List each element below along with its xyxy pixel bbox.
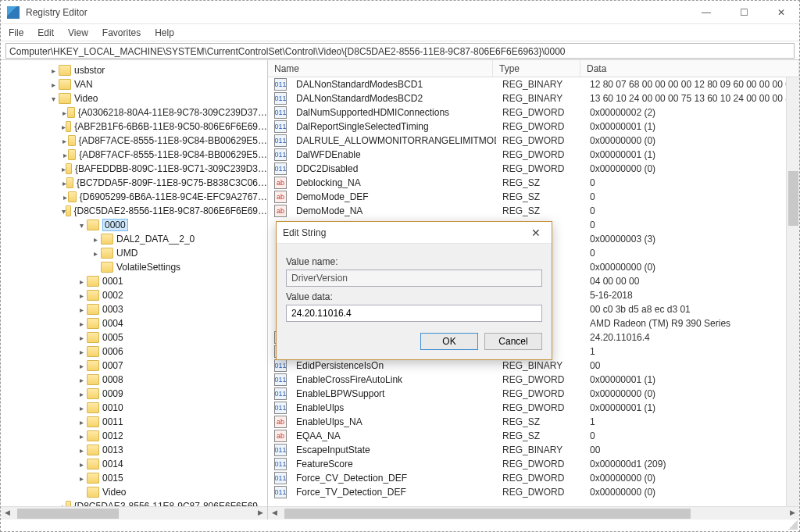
list-hscroll[interactable]: ◀ ▶ — [268, 506, 799, 520]
list-row[interactable]: 011Force_TV_Detection_DEFREG_DWORD0x0000… — [268, 485, 799, 499]
chevron-right-icon[interactable]: ▸ — [76, 305, 87, 314]
scroll-right-icon[interactable]: ▶ — [786, 507, 799, 520]
tree-hscroll-thumb[interactable] — [17, 509, 119, 519]
chevron-right-icon[interactable]: ▸ — [76, 376, 87, 384]
tree-item[interactable]: ▸DAL2_DATA__2_0 — [1, 232, 267, 246]
chevron-right-icon[interactable]: ▸ — [76, 362, 87, 370]
chevron-right-icon[interactable]: ▸ — [76, 418, 87, 427]
list-row[interactable]: 011EnableLBPWSupportREG_DWORD0x00000000 … — [268, 387, 799, 401]
ok-button[interactable]: OK — [420, 333, 478, 350]
value-data-input[interactable] — [286, 305, 542, 322]
tree-item[interactable]: ▸{BAFEDDBB-809C-11E8-9C71-309C239D3… — [1, 162, 267, 176]
resize-grip-icon[interactable] — [788, 520, 798, 530]
chevron-right-icon[interactable]: ▸ — [76, 404, 87, 412]
list-row[interactable]: 011EnableCrossFireAutoLinkREG_DWORD0x000… — [268, 373, 799, 387]
tree-item[interactable]: ▸0002 — [1, 288, 267, 302]
list-row[interactable]: 011DALNonStandardModesBCD1REG_BINARY12 8… — [268, 77, 799, 91]
chevron-right-icon[interactable]: ▸ — [76, 334, 87, 342]
list-row[interactable]: 011EdidPersistenceIsOnREG_BINARY00 — [268, 359, 799, 373]
tree-item[interactable]: ▸0007 — [1, 359, 267, 373]
menu-favorites[interactable]: Favorites — [102, 27, 141, 38]
chevron-right-icon[interactable]: ▸ — [90, 249, 101, 258]
tree-item[interactable]: ▾0000 — [1, 218, 267, 232]
tree-item[interactable]: ▸0004 — [1, 316, 267, 330]
chevron-right-icon[interactable]: ▸ — [62, 193, 68, 202]
list-row[interactable]: abEQAA_NAREG_SZ0 — [268, 429, 799, 443]
list-vscroll[interactable] — [786, 77, 799, 506]
chevron-right-icon[interactable]: ▸ — [76, 474, 87, 483]
tree-item[interactable]: ▸0006 — [1, 345, 267, 359]
col-type[interactable]: Type — [493, 60, 580, 77]
dialog-close-button[interactable]: ✕ — [527, 227, 545, 239]
tree-item[interactable]: ▸0012 — [1, 429, 267, 443]
tree-item[interactable]: ▸0015 — [1, 471, 267, 485]
list-row[interactable]: abDeblocking_NAREG_SZ0 — [268, 176, 799, 190]
chevron-right-icon[interactable]: ▸ — [76, 390, 87, 398]
menu-view[interactable]: View — [68, 27, 88, 38]
tree-item[interactable]: ▸0001 — [1, 274, 267, 288]
tree-item[interactable]: ▸{D8C5DAE3-8556-11E8-9C87-806E6F6E69… — [1, 499, 267, 506]
cancel-button[interactable]: Cancel — [484, 333, 542, 350]
tree-item[interactable]: ▸0011 — [1, 415, 267, 429]
tree-item[interactable]: ▸0013 — [1, 443, 267, 457]
tree-item[interactable]: ▸0014 — [1, 457, 267, 471]
minimize-button[interactable]: — — [695, 7, 718, 18]
scroll-left-icon[interactable]: ◀ — [268, 507, 281, 520]
tree-item[interactable]: ▸0003 — [1, 302, 267, 316]
list-row[interactable]: 011DALRULE_ALLOWMONITORRANGELIMITMODESCR… — [268, 134, 799, 148]
col-name[interactable]: Name — [268, 60, 493, 77]
tree-item[interactable]: ▾Video — [1, 91, 267, 105]
chevron-right-icon[interactable]: ▸ — [76, 432, 87, 441]
tree-item[interactable]: ▸VAN — [1, 77, 267, 91]
col-data[interactable]: Data — [580, 60, 799, 77]
chevron-right-icon[interactable]: ▸ — [76, 277, 87, 286]
chevron-right-icon[interactable]: ▸ — [76, 446, 87, 455]
menu-file[interactable]: File — [9, 27, 23, 38]
close-button[interactable]: ✕ — [770, 7, 793, 18]
list-row[interactable]: 011Force_CV_Detection_DEFREG_DWORD0x0000… — [268, 471, 799, 485]
chevron-right-icon[interactable]: ▸ — [76, 320, 87, 328]
tree-item[interactable]: ▸{ABF2B1F6-6B6B-11E8-9C50-806E6F6E69… — [1, 120, 267, 134]
chevron-right-icon[interactable]: ▸ — [48, 66, 59, 75]
list-row[interactable]: abEnableUlps_NAREG_SZ1 — [268, 415, 799, 429]
tree-item[interactable]: ▸usbstor — [1, 63, 267, 77]
chevron-right-icon[interactable]: ▸ — [62, 151, 68, 159]
address-path[interactable]: Computer\HKEY_LOCAL_MACHINE\SYSTEM\Curre… — [5, 43, 795, 59]
chevron-right-icon[interactable]: ▸ — [62, 109, 67, 117]
tree-item[interactable]: ▸0005 — [1, 330, 267, 345]
list-row[interactable]: 011DALNonStandardModesBCD2REG_BINARY13 6… — [268, 91, 799, 105]
chevron-down-icon[interactable]: ▾ — [48, 95, 59, 103]
list-row[interactable]: 011DalNumSupportedHDMIConnectionsREG_DWO… — [268, 105, 799, 120]
tree-hscroll[interactable]: ◀ ▶ — [1, 506, 267, 520]
list-row[interactable]: 011EnableUlpsREG_DWORD0x00000001 (1) — [268, 401, 799, 415]
tree-item[interactable]: ▸{AD8F7ACF-8555-11E8-9C84-BB00629E5… — [1, 148, 267, 162]
list-hscroll-thumb[interactable] — [284, 509, 691, 519]
chevron-right-icon[interactable]: ▸ — [76, 291, 87, 300]
list-row[interactable]: abDemoMode_NAREG_SZ0 — [268, 204, 799, 218]
tree-item[interactable]: ▾{D8C5DAE2-8556-11E8-9C87-806E6F6E69… — [1, 204, 267, 218]
tree-item[interactable]: ▸0008 — [1, 373, 267, 387]
chevron-right-icon[interactable]: ▸ — [76, 460, 87, 469]
tree-item[interactable]: ▸{A0306218-80A4-11E8-9C78-309C239D37… — [1, 105, 267, 120]
tree-item[interactable]: ▸{AD8F7ACE-8555-11E8-9C84-BB00629E5… — [1, 134, 267, 148]
chevron-right-icon[interactable]: ▸ — [62, 137, 68, 145]
tree-item[interactable]: ▸UMD — [1, 246, 267, 260]
list-row[interactable]: 011DalReportSingleSelectedTimingREG_DWOR… — [268, 120, 799, 134]
list-row[interactable]: 011EscapeInputStateREG_BINARY00 — [268, 443, 799, 457]
chevron-right-icon[interactable]: ▸ — [90, 235, 101, 244]
scroll-right-icon[interactable]: ▶ — [254, 507, 267, 520]
tree-item[interactable]: Video — [1, 485, 267, 499]
tree-item[interactable]: ▸{BC7DDA5F-809F-11E8-9C75-B838C3C06… — [1, 176, 267, 190]
chevron-right-icon[interactable]: ▸ — [48, 80, 59, 89]
tree-item[interactable]: ▸0010 — [1, 401, 267, 415]
tree[interactable]: ▸usbstor▸VAN▾Video▸{A0306218-80A4-11E8-9… — [1, 60, 267, 506]
chevron-right-icon[interactable]: ▸ — [76, 348, 87, 356]
tree-item[interactable]: VolatileSettings — [1, 260, 267, 274]
tree-item[interactable]: ▸0009 — [1, 387, 267, 401]
list-row[interactable]: 011DDC2DisabledREG_DWORD0x00000000 (0) — [268, 162, 799, 176]
list-row[interactable]: abDemoMode_DEFREG_SZ0 — [268, 190, 799, 204]
chevron-down-icon[interactable]: ▾ — [76, 221, 87, 230]
list-vscroll-thumb[interactable] — [788, 171, 798, 226]
list-row[interactable]: 011FeatureScoreREG_DWORD0x000000d1 (209) — [268, 457, 799, 471]
list-row[interactable]: 011DalWFDEnableREG_DWORD0x00000001 (1) — [268, 148, 799, 162]
